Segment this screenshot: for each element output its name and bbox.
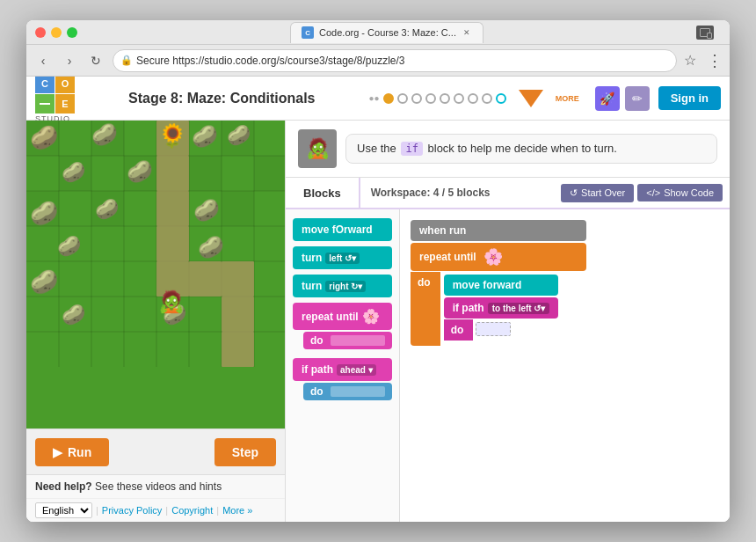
instruction-bubble: Use the if block to help me decide when … (345, 134, 717, 164)
copyright-link[interactable]: Copyright (171, 505, 213, 516)
block-repeat-until[interactable]: repeat until 🌸 (293, 303, 392, 330)
logo-e: E (55, 94, 75, 114)
block-turn-right[interactable]: turn right ↻▾ (293, 275, 392, 297)
ws-repeat-group: repeat until 🌸 do (411, 243, 586, 346)
menu-icon[interactable]: ⋮ (707, 51, 723, 70)
need-help-section: Need help? See these videos and hints (26, 474, 285, 498)
creature-11: 🥔 (198, 235, 224, 260)
startover-icon: ↺ (570, 187, 578, 199)
tab-close-button[interactable]: ✕ (462, 27, 472, 38)
rocket-icon-btn[interactable]: 🚀 (595, 86, 620, 111)
ws-when-run[interactable]: when run (411, 220, 586, 241)
repeat-until-label: repeat until (302, 311, 359, 323)
block-repeat-group: repeat until 🌸 do (293, 303, 392, 349)
block-turn-left[interactable]: turn left ↺▾ (293, 246, 392, 269)
back-button[interactable]: ‹ (33, 51, 53, 70)
progress-dot-4 (397, 93, 408, 104)
svg-rect-19 (189, 156, 222, 191)
turn-right-badge: right ↻▾ (325, 281, 366, 292)
ws-when-run-label: when run (419, 224, 466, 237)
need-help-title: Need help? (35, 480, 92, 493)
ws-if-do-section: do (444, 319, 559, 341)
ws-do-section: do move forward (411, 272, 586, 346)
ws-move-forward-label: move forward (453, 279, 522, 291)
turn-left-badge: left ↺▾ (325, 253, 360, 264)
ws-if-path-group: if path to the left ↺▾ (444, 297, 559, 341)
ws-repeat-label: repeat until (419, 251, 476, 263)
blocks-tab[interactable]: Blocks (286, 178, 360, 208)
workspace-count-label: Workspace: 4 / 5 blocks (371, 187, 491, 199)
see-videos-text[interactable]: See these videos and hints (95, 480, 222, 493)
workspace-area: move fOrward turn left ↺▾ turn right ↻▾ (286, 209, 730, 522)
more-triangle[interactable] (519, 90, 543, 107)
ws-to-left-badge: to the left ↺▾ (488, 303, 550, 314)
minimize-button[interactable] (51, 27, 62, 38)
game-controls: ▶ Run Step (26, 428, 285, 474)
creature-3: 🥔 (192, 124, 218, 149)
if-path-label: if path (302, 363, 333, 376)
address-bar: ‹ › ↻ 🔒 Secure https://studio.code.org/s… (26, 45, 730, 77)
do-indent: do (303, 332, 392, 349)
progress-dot-9 (468, 93, 478, 104)
ws-move-forward[interactable]: move forward (444, 275, 559, 296)
instruction-text-after: block to help me decide when to turn. (428, 142, 617, 155)
ws-do-label: do (411, 272, 438, 346)
more-link[interactable]: More » (222, 505, 252, 516)
refresh-button[interactable]: ↻ (86, 51, 105, 70)
ws-repeat-until[interactable]: repeat until 🌸 (411, 243, 586, 271)
browser-tab[interactable]: C Code.org - Course 3: Maze: C... ✕ (290, 22, 483, 43)
svg-rect-30 (189, 261, 222, 297)
url-text: Secure https://studio.code.org/s/course3… (136, 55, 669, 67)
do-indent-2: do (303, 383, 392, 400)
svg-rect-32 (222, 297, 254, 332)
instruction-text-before: Use the (357, 142, 396, 155)
footer-links: English | Privacy Policy | Copyright | M… (26, 498, 285, 522)
language-select[interactable]: English (35, 502, 92, 518)
privacy-policy-link[interactable]: Privacy Policy (102, 505, 162, 516)
more-label[interactable]: MORE (556, 94, 579, 103)
ws-if-do-label: do (444, 319, 471, 341)
do2-label: do (310, 385, 323, 398)
svg-rect-20 (254, 156, 285, 191)
block-do[interactable]: do (303, 332, 392, 349)
creature-8: 🥔 (95, 198, 119, 221)
svg-rect-24 (222, 191, 254, 226)
ws-if-do-empty-slot (476, 322, 511, 336)
forward-button[interactable]: › (60, 51, 79, 70)
creature-5: 🥔 (62, 161, 85, 184)
block-if-path[interactable]: if path ahead ▾ (293, 358, 392, 381)
game-background: 🥔 🥔 🥔 🥔 🥔 🥔 🥔 🥔 🥔 🥔 🥔 (26, 121, 285, 428)
ws-repeat-icon: 🌸 (483, 247, 503, 267)
repeat-icon: 🌸 (362, 308, 380, 325)
pencil-icon-btn[interactable]: ✏ (625, 86, 650, 111)
block-move-forward[interactable]: move fOrward (293, 218, 392, 241)
progress-dot-5 (411, 93, 422, 104)
creature-10: 🥔 (57, 235, 81, 258)
sunflower: 🌻 (158, 122, 186, 150)
show-code-button[interactable]: </> Show Code (637, 184, 723, 201)
ws-if-do-slot (470, 319, 514, 341)
maximize-button[interactable] (67, 27, 77, 38)
ws-if-path[interactable]: if path to the left ↺▾ (444, 297, 559, 319)
right-panel: 🧟 Use the if block to help me decide whe… (286, 121, 730, 522)
code-icon: </> (646, 187, 660, 198)
workspace-tab: Workspace: 4 / 5 blocks (360, 178, 561, 208)
step-button[interactable]: Step (214, 438, 276, 466)
if-badge: if (401, 142, 422, 156)
workspace-canvas: when run repeat until 🌸 (400, 209, 730, 522)
creature-9: 🥔 (193, 198, 220, 223)
progress-dot-8 (454, 93, 464, 104)
logo-o: O (55, 77, 75, 93)
instruction-area: 🧟 Use the if block to help me decide whe… (286, 121, 730, 178)
start-over-button[interactable]: ↺ Start Over (561, 184, 634, 202)
sign-in-button[interactable]: Sign in (658, 86, 721, 110)
block-do-2[interactable]: do (303, 383, 392, 400)
ws-block-stack: when run repeat until 🌸 (411, 220, 586, 346)
url-bar[interactable]: 🔒 Secure https://studio.code.org/s/cours… (113, 49, 677, 72)
bookmark-icon[interactable]: ☆ (684, 52, 696, 69)
if-path-badge: ahead ▾ (337, 364, 376, 376)
code-studio-logo[interactable]: C O E STUDIO (35, 77, 75, 123)
creature-12: 🥔 (30, 268, 58, 296)
close-button[interactable] (35, 27, 46, 38)
run-button[interactable]: ▶ Run (35, 438, 109, 466)
